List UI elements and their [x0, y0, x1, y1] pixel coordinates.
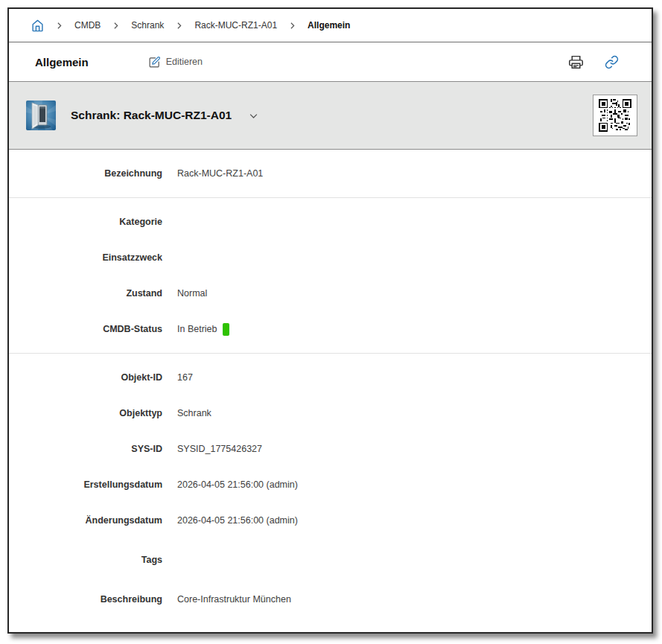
field-row-bezeichnung: Bezeichnung Rack-MUC-RZ1-A01 [9, 156, 652, 191]
breadcrumb-home-link[interactable] [31, 19, 44, 32]
chevron-down-icon [248, 110, 259, 121]
qr-code [593, 95, 637, 136]
field-section-status: Kategorie Einsatzzweck Zustand Normal CM… [9, 198, 652, 354]
field-label: CMDB-Status [9, 324, 162, 334]
field-label: SYS-ID [9, 444, 162, 454]
pencil-square-icon [148, 56, 161, 68]
object-header: Schrank: Rack-MUC-RZ1-A01 [9, 81, 652, 150]
field-value: Rack-MUC-RZ1-A01 [177, 168, 263, 179]
category-title: Allgemein [35, 56, 89, 68]
status-badge [223, 323, 229, 336]
link-icon [605, 55, 619, 69]
permalink-button[interactable] [601, 51, 622, 72]
category-content: Bezeichnung Rack-MUC-RZ1-A01 Kategorie E… [9, 150, 652, 632]
field-label: Erstellungsdatum [9, 479, 162, 490]
field-label: Bezeichnung [9, 168, 162, 179]
field-label: Kategorie [9, 217, 162, 227]
field-section-title: Bezeichnung Rack-MUC-RZ1-A01 [9, 150, 652, 198]
field-label: Objekttyp [9, 408, 162, 418]
edit-button-label: Editieren [166, 57, 203, 67]
chevron-right-icon [111, 21, 121, 31]
field-label: Objekt-ID [9, 372, 162, 383]
cmdb-detail-window: CMDB Schrank Rack-MUC-RZ1-A01 Allgemein … [7, 7, 653, 634]
field-section-meta: Objekt-ID 167 Objekttyp Schrank SYS-ID S… [9, 354, 652, 623]
breadcrumb-item-cmdb[interactable]: CMDB [74, 20, 101, 31]
field-label: Beschreibung [9, 594, 162, 605]
field-row-aenderungsdatum: Änderungsdatum 2026-04-05 21:56:00 (admi… [9, 503, 652, 538]
field-row-objekt-id: Objekt-ID 167 [9, 360, 652, 395]
breadcrumb-item-object[interactable]: Rack-MUC-RZ1-A01 [194, 20, 277, 31]
field-label: Einsatzzweck [9, 252, 162, 263]
breadcrumb: CMDB Schrank Rack-MUC-RZ1-A01 Allgemein [9, 9, 652, 42]
print-button[interactable] [565, 51, 586, 72]
object-title-expander[interactable] [248, 110, 259, 121]
field-row-tags: Tags [9, 538, 652, 581]
chevron-right-icon [54, 21, 64, 31]
field-row-objekttyp: Objekttyp Schrank [9, 395, 652, 431]
field-value: Core-Infrastruktur München [177, 594, 291, 605]
field-value: Schrank [177, 408, 211, 418]
breadcrumb-item-current: Allgemein [308, 20, 350, 31]
field-label: Zustand [9, 288, 162, 299]
field-label: Tags [9, 555, 162, 565]
chevron-right-icon [287, 21, 297, 31]
field-value: 2026-04-05 21:56:00 (admin) [177, 479, 298, 490]
field-value: In Betrieb [177, 323, 229, 336]
edit-button[interactable]: Editieren [148, 56, 203, 68]
cmdb-status-text: In Betrieb [177, 324, 217, 334]
printer-icon [568, 54, 584, 70]
breadcrumb-item-objecttype[interactable]: Schrank [131, 20, 164, 31]
field-row-cmdb-status: CMDB-Status In Betrieb [9, 311, 652, 347]
chevron-right-icon [174, 21, 184, 31]
field-value: SYSID_1775426327 [177, 444, 262, 454]
field-label: Änderungsdatum [9, 515, 162, 526]
field-row-beschreibung: Beschreibung Core-Infrastruktur München [9, 581, 652, 617]
field-row-sys-id: SYS-ID SYSID_1775426327 [9, 431, 652, 467]
field-value: Normal [177, 288, 207, 299]
home-icon [31, 19, 44, 32]
category-toolbar: Allgemein Editieren [9, 42, 652, 81]
field-value: 2026-04-05 21:56:00 (admin) [177, 515, 298, 526]
field-value: 167 [177, 372, 193, 383]
rack-cabinet-icon [26, 101, 56, 130]
field-row-zustand: Zustand Normal [9, 275, 652, 311]
field-row-erstellungsdatum: Erstellungsdatum 2026-04-05 21:56:00 (ad… [9, 467, 652, 503]
field-row-kategorie: Kategorie [9, 204, 652, 240]
field-row-einsatzzweck: Einsatzzweck [9, 240, 652, 275]
object-title: Schrank: Rack-MUC-RZ1-A01 [71, 109, 232, 122]
